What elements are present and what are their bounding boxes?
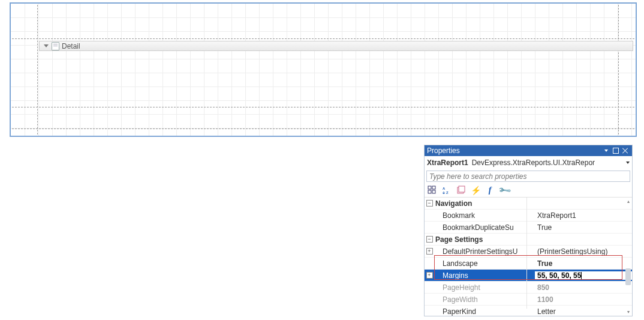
property-row[interactable]: BookmarkDuplicateSuTrue bbox=[425, 222, 632, 234]
left-margin-line[interactable] bbox=[37, 5, 38, 134]
panel-menu-button[interactable] bbox=[602, 146, 610, 155]
expressions-button[interactable]: f bbox=[484, 185, 495, 196]
svg-rect-2 bbox=[428, 190, 431, 193]
properties-toolbar: AZ ⚡ f 🔧 bbox=[425, 184, 632, 197]
object-type: DevExpress.XtraReports.UI.XtraRepor bbox=[472, 158, 625, 167]
close-icon bbox=[622, 148, 628, 154]
property-grid[interactable]: −NavigationBookmarkXtraReport1BookmarkDu… bbox=[425, 197, 632, 316]
expand-toggle[interactable]: + bbox=[425, 272, 434, 279]
object-dropdown-icon[interactable] bbox=[626, 162, 630, 164]
expand-toggle[interactable]: + bbox=[425, 248, 434, 255]
svg-rect-0 bbox=[428, 186, 431, 189]
detail-band-header[interactable]: Detail bbox=[39, 41, 633, 51]
categorized-button[interactable] bbox=[427, 185, 438, 196]
property-row[interactable]: BookmarkXtraReport1 bbox=[425, 210, 632, 222]
category-name: Navigation bbox=[434, 199, 528, 208]
alphabetical-button[interactable]: AZ bbox=[441, 185, 452, 196]
lightning-icon: ⚡ bbox=[471, 186, 481, 195]
properties-titlebar[interactable]: Properties bbox=[425, 145, 632, 156]
property-name: PageHeight bbox=[434, 283, 535, 292]
wrench-icon: 🔧 bbox=[497, 183, 511, 197]
svg-rect-3 bbox=[432, 190, 435, 193]
property-value[interactable]: XtraReport1 bbox=[535, 211, 632, 220]
category-row[interactable]: −Navigation bbox=[425, 198, 632, 210]
property-row[interactable]: PageWidth1100 bbox=[425, 294, 632, 306]
report-designer-surface[interactable]: Detail bbox=[10, 2, 637, 137]
plus-icon: + bbox=[426, 272, 433, 279]
plus-icon: + bbox=[426, 248, 433, 255]
events-button[interactable]: ⚡ bbox=[470, 185, 481, 196]
object-name: XtraReport1 bbox=[427, 158, 468, 167]
band-document-icon bbox=[52, 42, 59, 50]
expand-toggle[interactable]: − bbox=[425, 236, 434, 243]
band-bottom-line bbox=[12, 107, 634, 107]
scrollbar-track[interactable]: ▴ ▾ bbox=[625, 199, 631, 315]
property-value[interactable]: True bbox=[535, 223, 632, 232]
scroll-up-icon[interactable]: ▴ bbox=[625, 199, 631, 204]
root: Detail Properties XtraReport1 DevExpress… bbox=[0, 0, 644, 320]
selected-object-row[interactable]: XtraReport1 DevExpress.XtraReports.UI.Xt… bbox=[425, 156, 632, 169]
property-name: Bookmark bbox=[434, 211, 535, 220]
band-top-line bbox=[12, 38, 634, 39]
svg-text:A: A bbox=[443, 187, 446, 190]
property-row[interactable]: PageHeight850 bbox=[425, 282, 632, 294]
expand-toggle[interactable]: − bbox=[425, 200, 434, 207]
grid-splitter[interactable] bbox=[526, 198, 527, 309]
property-value[interactable]: (PrinterSettingsUsing) bbox=[535, 247, 632, 256]
category-row[interactable]: −Page Settings bbox=[425, 234, 632, 246]
panel-maximize-button[interactable] bbox=[612, 146, 620, 155]
scrollbar-thumb[interactable] bbox=[625, 268, 631, 285]
scroll-down-icon[interactable]: ▾ bbox=[625, 309, 631, 315]
property-value[interactable]: 850 bbox=[535, 283, 632, 292]
property-pages-button[interactable] bbox=[456, 185, 467, 196]
fx-icon: f bbox=[489, 186, 492, 195]
highlight-box bbox=[434, 255, 622, 280]
categorized-icon bbox=[428, 186, 437, 195]
properties-title-text: Properties bbox=[427, 146, 601, 155]
property-row[interactable]: PaperKindLetter bbox=[425, 306, 632, 316]
right-margin-line[interactable] bbox=[618, 5, 619, 134]
property-name: BookmarkDuplicateSu bbox=[434, 223, 535, 232]
property-name: PageWidth bbox=[434, 295, 535, 304]
property-name: DefaultPrinterSettingsU bbox=[434, 247, 535, 256]
property-value[interactable]: 1100 bbox=[535, 295, 632, 304]
category-name: Page Settings bbox=[434, 235, 528, 244]
bottom-margin-line bbox=[12, 128, 634, 129]
minus-icon: − bbox=[426, 200, 433, 207]
band-label: Detail bbox=[62, 42, 80, 50]
search-row bbox=[425, 169, 632, 184]
maximize-icon bbox=[613, 148, 619, 154]
svg-rect-1 bbox=[432, 186, 435, 189]
property-pages-icon bbox=[456, 186, 466, 195]
panel-close-button[interactable] bbox=[621, 146, 630, 155]
properties-panel: Properties XtraReport1 DevExpress.XtraRe… bbox=[424, 145, 633, 316]
svg-text:Z: Z bbox=[446, 191, 449, 195]
chevron-down-icon bbox=[604, 149, 608, 152]
property-name: PaperKind bbox=[434, 307, 535, 316]
settings-button[interactable]: 🔧 bbox=[499, 185, 510, 196]
property-value[interactable]: Letter bbox=[535, 307, 632, 316]
svg-rect-7 bbox=[459, 186, 465, 192]
band-collapse-caret-icon[interactable] bbox=[44, 44, 49, 47]
alphabetical-icon: AZ bbox=[442, 186, 452, 195]
search-input[interactable] bbox=[426, 171, 630, 182]
minus-icon: − bbox=[426, 236, 433, 243]
